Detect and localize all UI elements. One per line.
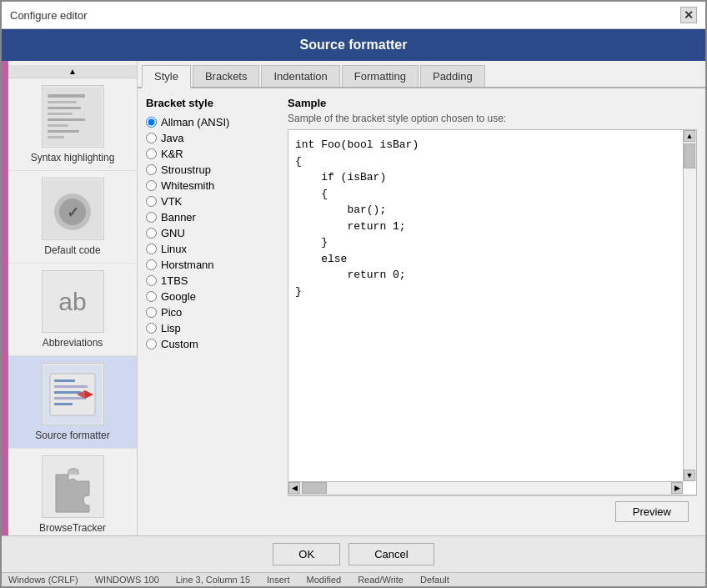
tab-brackets[interactable]: Brackets: [193, 65, 260, 87]
sidebar: ▲ Syntax highlighting: [8, 61, 138, 535]
sidebar-item-browse-tracker[interactable]: BrowseTracker: [8, 449, 137, 535]
sidebar-item-abbreviations[interactable]: ab Abbreviations: [8, 264, 137, 356]
main-content: ▲ Syntax highlighting: [2, 61, 705, 535]
svg-rect-18: [54, 385, 88, 388]
tab-style[interactable]: Style: [142, 65, 191, 88]
preview-bar: Preview: [288, 495, 697, 527]
sidebar-item-label: Default code: [44, 244, 100, 256]
tabs-bar: Style Brackets Indentation Formatting Pa…: [138, 61, 705, 88]
scroll-down-arrow[interactable]: ▼: [684, 470, 695, 481]
abbreviations-icon: ab: [42, 270, 104, 333]
radio-kr[interactable]: K&R: [146, 148, 279, 160]
status-bar: Windows (CRLF) WINDOWS 100 Line 3, Colum…: [2, 572, 705, 586]
svg-text:✓: ✓: [67, 204, 79, 221]
scroll-left-arrow[interactable]: ◀: [288, 482, 300, 494]
radio-banner[interactable]: Banner: [146, 211, 279, 224]
configure-editor-dialog: Configure editor ✕ Source formatter ▲: [0, 0, 707, 588]
radio-stroustrup[interactable]: Stroustrup: [146, 163, 279, 176]
radio-google[interactable]: Google: [146, 290, 279, 303]
code-container[interactable]: int Foo(bool isBar) { if (isBar) { bar()…: [288, 129, 697, 495]
syntax-highlighting-icon: [42, 85, 104, 148]
status-windows-os: WINDOWS 100: [95, 575, 159, 585]
scrollbar-thumb-x[interactable]: [302, 482, 327, 494]
svg-rect-7: [48, 130, 79, 133]
svg-rect-2: [48, 101, 77, 103]
sidebar-item-source-formatter[interactable]: Source formatter: [8, 356, 137, 449]
bottom-bar: OK Cancel: [2, 535, 705, 572]
source-formatter-icon: [42, 363, 104, 425]
sidebar-item-label: Syntax highlighting: [31, 152, 115, 163]
svg-rect-20: [54, 397, 86, 400]
dialog-title: Configure editor: [10, 9, 88, 22]
status-windows: Windows (CRLF): [8, 575, 78, 585]
right-panel: Style Brackets Indentation Formatting Pa…: [138, 61, 705, 535]
default-code-icon: ✓: [42, 178, 104, 240]
scrollbar-y[interactable]: ▲ ▼: [683, 130, 696, 481]
radio-allman-ansi[interactable]: Allman (ANSI): [146, 116, 279, 128]
scrollbar-thumb-y[interactable]: [684, 143, 695, 168]
radio-custom[interactable]: Custom: [146, 338, 279, 350]
tab-content-style: Bracket style Allman (ANSI) Java K&R: [138, 88, 705, 535]
titlebar: Configure editor ✕: [2, 2, 705, 29]
tab-formatting[interactable]: Formatting: [342, 65, 419, 87]
sidebar-item-default-code[interactable]: ✓ Default code: [8, 171, 137, 264]
svg-rect-4: [48, 113, 73, 115]
scrollbar-x[interactable]: ◀ ▶: [288, 481, 683, 495]
ok-button[interactable]: OK: [273, 543, 340, 565]
sidebar-item-label: BrowseTracker: [39, 522, 106, 534]
radio-linux[interactable]: Linux: [146, 243, 279, 255]
sample-title: Sample: [288, 97, 697, 109]
svg-rect-1: [48, 94, 85, 98]
radio-lisp[interactable]: Lisp: [146, 322, 279, 334]
sidebar-scroll-up[interactable]: ▲: [8, 65, 137, 78]
status-modified: Modified: [307, 575, 342, 585]
sidebar-item-label: Abbreviations: [43, 337, 103, 349]
sample-panel: Sample Sample of the bracket style optio…: [288, 97, 697, 527]
browse-tracker-icon: [42, 455, 104, 518]
radio-horstmann[interactable]: Horstmann: [146, 259, 279, 271]
sidebar-item-syntax-highlighting[interactable]: Syntax highlighting: [8, 78, 137, 171]
radio-1tbs[interactable]: 1TBS: [146, 274, 279, 287]
sidebar-item-label: Source formatter: [35, 430, 109, 441]
status-line-info: Line 3, Column 15: [176, 575, 250, 585]
header-title: Source formatter: [300, 38, 408, 52]
close-button[interactable]: ✕: [680, 7, 697, 23]
scroll-up-arrow[interactable]: ▲: [684, 130, 695, 142]
tab-indentation[interactable]: Indentation: [261, 65, 339, 87]
bracket-style-panel: Bracket style Allman (ANSI) Java K&R: [146, 97, 279, 527]
sample-description: Sample of the bracket style option chose…: [288, 113, 697, 124]
svg-rect-17: [54, 379, 75, 382]
radio-gnu[interactable]: GNU: [146, 227, 279, 239]
svg-rect-5: [48, 118, 85, 121]
svg-rect-6: [48, 124, 68, 127]
svg-rect-21: [54, 403, 73, 405]
radio-java[interactable]: Java: [146, 132, 279, 144]
radio-whitesmith[interactable]: Whitesmith: [146, 179, 279, 192]
status-read-write: Read/Write: [358, 575, 404, 585]
cancel-button[interactable]: Cancel: [348, 543, 434, 565]
svg-rect-8: [48, 136, 64, 138]
preview-button[interactable]: Preview: [615, 501, 689, 522]
radio-vtk[interactable]: VTK: [146, 195, 279, 208]
radio-pico[interactable]: Pico: [146, 306, 279, 319]
status-insert: Insert: [267, 575, 290, 585]
svg-rect-3: [48, 107, 81, 109]
svg-rect-19: [54, 391, 81, 394]
scroll-right-arrow[interactable]: ▶: [671, 482, 683, 494]
header-bar: Source formatter: [2, 29, 705, 61]
left-accent: [2, 61, 8, 535]
code-area: int Foo(bool isBar) { if (isBar) { bar()…: [288, 130, 696, 316]
bracket-style-title: Bracket style: [146, 97, 279, 109]
svg-text:ab: ab: [58, 288, 86, 315]
status-default: Default: [420, 575, 449, 585]
tab-padding[interactable]: Padding: [420, 65, 485, 87]
